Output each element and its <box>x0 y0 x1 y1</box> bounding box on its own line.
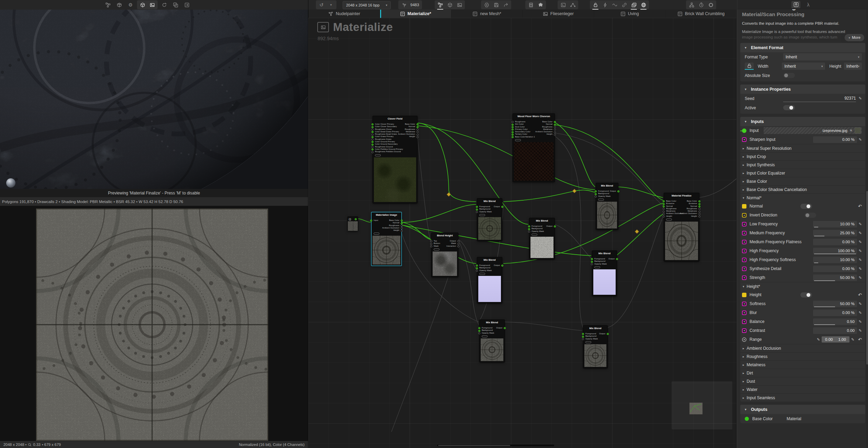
graph-node-mix-blend[interactable]: Mix Blend·······ForegroundOutputBackgrou… <box>596 183 618 230</box>
high-frequency-softness-field[interactable]: 10.00 % <box>813 257 857 263</box>
images-icon[interactable] <box>629 1 639 9</box>
node-port[interactable] <box>663 213 665 215</box>
history-clock-icon[interactable] <box>696 1 706 9</box>
node-port[interactable] <box>401 220 403 222</box>
section-header[interactable]: ▾Instance Properties <box>740 85 865 94</box>
node-port[interactable] <box>528 228 530 230</box>
panel-scrollbar-thumb[interactable] <box>866 191 868 365</box>
environment-sphere-gizmo[interactable] <box>6 178 15 188</box>
collapsed-group-dirt[interactable]: ▸Dirt <box>740 369 865 377</box>
lock-icon[interactable] <box>591 1 600 9</box>
collapsed-group-dust[interactable]: ▸Dust <box>740 377 865 385</box>
contrast-field[interactable]: 0.00 <box>813 327 857 334</box>
node-graph-canvas[interactable]: Materialize 892.94ms <box>308 18 736 448</box>
medium-frequency-flatness-field[interactable]: 0.00 % <box>813 239 857 245</box>
width-dropdown[interactable]: Inherit▾ <box>782 63 825 70</box>
node-port[interactable] <box>512 124 514 126</box>
node-port[interactable] <box>457 240 459 242</box>
node-params-pill[interactable] <box>598 199 604 201</box>
graph-node-mix-blend[interactable]: Mix Blend·······ForegroundOutputBackgrou… <box>479 320 505 362</box>
tab-brick-wall-crumbling[interactable]: Brick Wall Crumbling <box>665 10 736 18</box>
node-port[interactable] <box>663 203 665 205</box>
node-port[interactable] <box>663 211 665 213</box>
node-params-pill[interactable] <box>532 234 537 236</box>
tab-nudelpainter[interactable]: Nudelpainter <box>308 10 380 18</box>
collapsed-group-metalness[interactable]: ▸Metalness <box>740 360 865 369</box>
node-params-pill[interactable] <box>434 248 439 250</box>
node-port[interactable] <box>554 131 556 133</box>
normal-toggle[interactable] <box>800 204 812 209</box>
collapsed-group-input-crop[interactable]: ▸Input Crop <box>740 152 865 160</box>
graph-node-mix-blend[interactable]: Mix Blend·······ForegroundOutputBackgrou… <box>583 325 608 368</box>
node-port[interactable] <box>416 126 419 128</box>
high-frequency-field[interactable]: 100.00 % <box>813 248 857 254</box>
node-port[interactable] <box>355 218 357 220</box>
range-field[interactable]: 0.001.00 <box>822 336 849 343</box>
collapsed-group-input-seamless[interactable]: ▸Input Seamless <box>740 393 865 402</box>
node-port[interactable] <box>372 123 374 125</box>
node-params-pill[interactable] <box>482 335 488 337</box>
active-toggle[interactable] <box>783 105 795 110</box>
node-port[interactable] <box>372 136 374 138</box>
node-port[interactable] <box>372 148 374 150</box>
graph-horizontal-scrollbar[interactable] <box>437 445 554 446</box>
graph-node-clover-field[interactable]: Clover Field·······Color Clover PrimaryB… <box>373 116 418 203</box>
clear-input-icon[interactable]: × <box>850 128 852 133</box>
3d-viewport[interactable] <box>0 10 308 189</box>
invert-direction-toggle[interactable] <box>804 213 816 218</box>
reset-icon[interactable]: ↶ <box>858 292 862 298</box>
2d-view-icon[interactable] <box>147 1 157 9</box>
node-params-pill[interactable] <box>666 219 672 221</box>
bolt-icon[interactable] <box>600 1 610 9</box>
aspect-lock-icon[interactable] <box>745 63 754 70</box>
refresh-icon[interactable] <box>159 1 169 9</box>
balance-field[interactable]: 0.50 <box>813 318 857 325</box>
edit-icon[interactable]: ✎ <box>859 276 862 280</box>
node-port[interactable] <box>617 190 619 192</box>
node-port[interactable] <box>591 258 593 260</box>
edit-icon[interactable]: ✎ <box>859 328 862 333</box>
node-port[interactable] <box>372 144 374 146</box>
more-button[interactable]: ▾More <box>845 34 864 41</box>
graph-view-icon[interactable] <box>435 1 445 9</box>
undo-icon[interactable]: ↺ <box>317 1 326 9</box>
node-port[interactable] <box>554 121 556 123</box>
lambda-icon[interactable]: λ <box>804 1 813 8</box>
collapsed-group-ambient-occlusion[interactable]: ▸Ambient Occlusion <box>740 344 865 352</box>
node-port[interactable] <box>478 330 480 332</box>
collapsed-group-input-color-equalizer[interactable]: ▸Input Color Equalizer <box>740 169 865 177</box>
node-port[interactable] <box>457 245 459 247</box>
strength-field[interactable]: 50.00 % <box>813 275 857 281</box>
graph-node-wood-floor-worn-chevron[interactable]: Wood Floor Worn Chevron·······RoughnessB… <box>513 113 555 182</box>
node-port[interactable] <box>478 332 480 334</box>
edit-icon[interactable]: ✎ <box>859 320 862 324</box>
node-port[interactable] <box>607 333 609 335</box>
duplicate-icon[interactable] <box>171 1 180 9</box>
node-port[interactable] <box>698 203 700 205</box>
edit-icon[interactable]: ✎ <box>817 337 820 342</box>
curve-editor-icon[interactable] <box>568 1 578 9</box>
node-port[interactable] <box>595 193 597 195</box>
save-icon[interactable] <box>491 1 501 9</box>
node-port[interactable] <box>416 136 419 138</box>
node-port[interactable] <box>698 215 700 217</box>
node-port[interactable] <box>401 222 403 224</box>
section-header[interactable]: ▾Element Format <box>740 43 865 52</box>
package-icon[interactable] <box>114 1 124 9</box>
node-port[interactable] <box>698 213 700 215</box>
node-port[interactable] <box>476 209 478 211</box>
console-icon[interactable] <box>558 1 568 9</box>
medium-frequency-field[interactable]: 25.00 % <box>813 230 857 236</box>
edit-icon[interactable]: ✎ <box>859 222 862 226</box>
node-port[interactable] <box>595 195 597 198</box>
node-port[interactable] <box>663 205 665 208</box>
node-port[interactable] <box>512 134 514 136</box>
node-port[interactable] <box>528 231 530 233</box>
graph-node-material-finalize[interactable]: Material Finalize·······Base ColorBase C… <box>664 193 699 261</box>
node-params-pill[interactable] <box>479 214 485 216</box>
edit-icon[interactable]: ✎ <box>859 267 862 271</box>
edit-icon[interactable]: ✎ <box>851 337 854 342</box>
node-params-pill[interactable] <box>594 266 600 268</box>
edit-icon[interactable]: ✎ <box>859 249 862 253</box>
collapsed-group-neural-super-resolution[interactable]: ▸Neural Super Resolution <box>740 144 865 152</box>
